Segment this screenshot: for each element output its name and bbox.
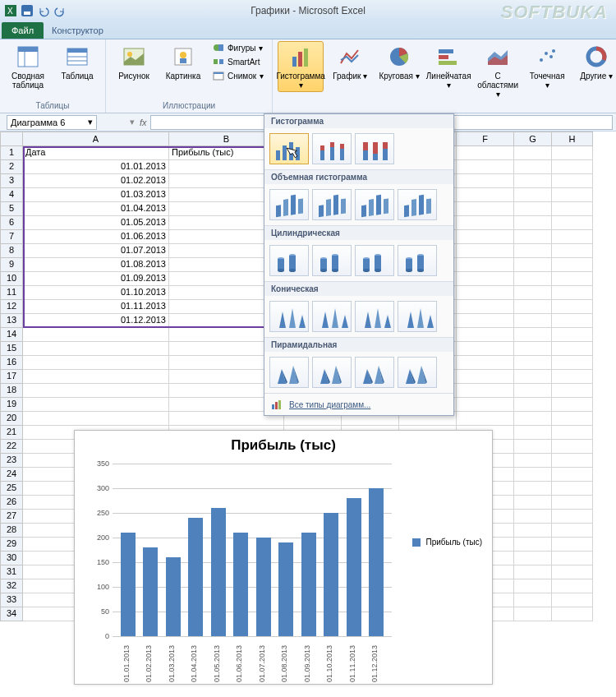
cell[interactable]: Дата	[23, 146, 169, 160]
row-header[interactable]: 9	[0, 258, 23, 272]
column-header-H[interactable]: H	[552, 132, 593, 146]
cell[interactable]	[514, 300, 552, 314]
chart-type-option[interactable]	[312, 133, 352, 164]
chart-type-option[interactable]	[355, 189, 394, 220]
cell[interactable]	[514, 230, 552, 244]
smartart-button[interactable]: SmartArt	[209, 55, 267, 68]
cell[interactable]	[457, 244, 514, 258]
select-all-corner[interactable]	[0, 132, 23, 146]
cell[interactable]	[552, 398, 593, 412]
row-header[interactable]: 13	[0, 314, 23, 328]
row-header[interactable]: 26	[0, 496, 23, 510]
chart-title[interactable]: Прибыль (тыс)	[75, 431, 492, 457]
cell[interactable]	[552, 440, 593, 454]
cell[interactable]	[514, 565, 552, 579]
cell[interactable]	[552, 552, 593, 565]
chart-type-option[interactable]	[312, 301, 352, 332]
cell[interactable]	[457, 370, 514, 384]
row-header[interactable]: 11	[0, 286, 23, 300]
save-icon[interactable]	[20, 3, 34, 18]
chart-type-option[interactable]	[355, 357, 394, 388]
chart-type-option[interactable]	[269, 133, 309, 164]
row-header[interactable]: 25	[0, 482, 23, 496]
cell[interactable]	[552, 579, 593, 593]
cell[interactable]	[457, 342, 514, 356]
cell[interactable]	[514, 468, 552, 482]
column-chart-button[interactable]: Гистограмма ▾	[278, 41, 324, 92]
row-header[interactable]: 5	[0, 202, 23, 216]
cell[interactable]	[457, 230, 514, 244]
cell[interactable]	[552, 230, 593, 244]
shapes-button[interactable]: Фигуры ▾	[209, 41, 267, 54]
plot-area[interactable]: 05010015020025030035001.01.201301.02.201…	[113, 464, 392, 636]
row-header[interactable]: 15	[0, 342, 23, 356]
cell[interactable]	[514, 552, 552, 565]
cell[interactable]: 01.10.2013	[23, 286, 169, 300]
row-header[interactable]: 30	[0, 552, 23, 565]
cell[interactable]	[457, 398, 514, 412]
row-header[interactable]: 3	[0, 174, 23, 188]
name-box[interactable]: Диаграмма 6▾	[7, 115, 97, 130]
cell[interactable]: 01.11.2013	[23, 300, 169, 314]
row-header[interactable]: 29	[0, 538, 23, 552]
cell[interactable]	[552, 510, 593, 524]
cell[interactable]	[514, 272, 552, 286]
cell[interactable]: 01.02.2013	[23, 174, 169, 188]
cell[interactable]: 01.12.2013	[23, 314, 169, 328]
screenshot-button[interactable]: Снимок ▾	[209, 69, 267, 82]
picture-button[interactable]: Рисунок	[111, 41, 157, 83]
cell[interactable]	[552, 370, 593, 384]
cell[interactable]	[514, 440, 552, 454]
row-header[interactable]: 28	[0, 524, 23, 538]
cell[interactable]	[552, 258, 593, 272]
cell[interactable]	[514, 593, 552, 607]
chart-legend[interactable]: Прибыль (тыс)	[412, 538, 482, 547]
chart-type-option[interactable]	[355, 133, 394, 164]
cell[interactable]	[552, 524, 593, 538]
cell[interactable]	[514, 510, 552, 524]
excel-icon[interactable]: X	[3, 3, 18, 18]
row-header[interactable]: 7	[0, 230, 23, 244]
chart-bar[interactable]	[166, 557, 181, 636]
cell[interactable]	[514, 579, 552, 593]
chart-type-option[interactable]	[398, 301, 437, 332]
fx-dropdown-icon[interactable]: ▾	[130, 117, 135, 127]
chart-bar[interactable]	[121, 533, 136, 636]
line-chart-button[interactable]: График ▾	[327, 41, 373, 83]
chart-type-option[interactable]	[398, 189, 437, 220]
cell[interactable]	[514, 244, 552, 258]
chart-bar[interactable]	[278, 542, 293, 636]
row-header[interactable]: 12	[0, 300, 23, 314]
chart-bar[interactable]	[369, 488, 384, 636]
chart-type-option[interactable]	[398, 357, 437, 388]
cell[interactable]	[552, 482, 593, 496]
row-header[interactable]: 22	[0, 440, 23, 454]
undo-icon[interactable]	[36, 3, 51, 18]
chart-bar[interactable]	[188, 518, 203, 636]
row-header[interactable]: 16	[0, 356, 23, 370]
cell[interactable]	[552, 300, 593, 314]
row-header[interactable]: 23	[0, 454, 23, 468]
row-header[interactable]: 20	[0, 412, 23, 426]
cell[interactable]	[552, 593, 593, 607]
chart-type-option[interactable]	[312, 357, 352, 388]
cell[interactable]: 01.07.2013	[23, 244, 169, 258]
bar-chart-button[interactable]: Линейчатая ▾	[425, 41, 471, 92]
cell[interactable]: 01.09.2013	[23, 272, 169, 286]
pivot-table-button[interactable]: Сводная таблица	[5, 41, 51, 92]
cell[interactable]	[552, 174, 593, 188]
cell[interactable]: 01.04.2013	[23, 202, 169, 216]
chevron-down-icon[interactable]: ▾	[88, 117, 93, 127]
cell[interactable]	[23, 328, 169, 342]
cell[interactable]	[552, 412, 593, 426]
redo-icon[interactable]	[53, 3, 67, 18]
fx-icon[interactable]: fx	[140, 118, 147, 127]
row-header[interactable]: 2	[0, 160, 23, 174]
cell[interactable]	[514, 607, 552, 621]
cell[interactable]	[23, 398, 169, 412]
cell[interactable]	[552, 426, 593, 440]
cell[interactable]	[457, 160, 514, 174]
cell[interactable]: 01.06.2013	[23, 230, 169, 244]
tab-конструктор[interactable]: Конструктор	[44, 22, 142, 39]
cell[interactable]	[23, 342, 169, 356]
